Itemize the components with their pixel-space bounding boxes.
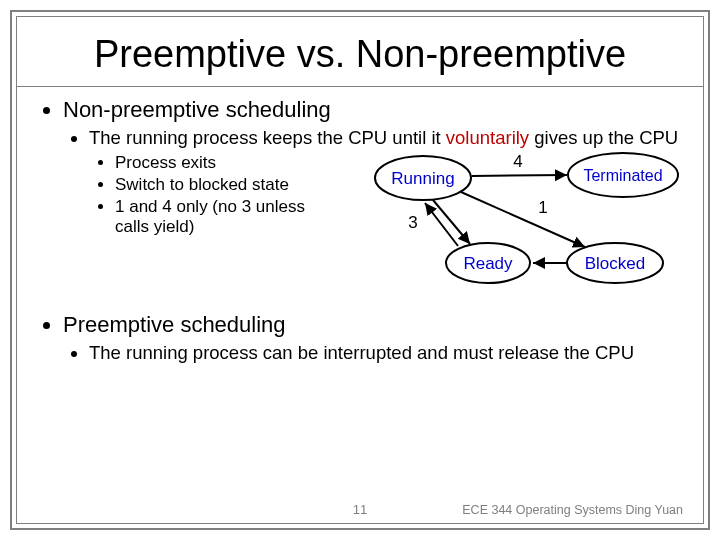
edge-running-terminated xyxy=(472,175,567,176)
subsub-item: Switch to blocked state xyxy=(115,175,343,195)
state-diagram: Running Terminated Ready Blocked 4 xyxy=(353,143,683,298)
section1-heading: Non-preemptive scheduling xyxy=(63,97,683,123)
state-running-label: Running xyxy=(391,169,454,188)
title-divider xyxy=(17,86,703,87)
bullet-list-top: Non-preemptive scheduling xyxy=(37,97,683,123)
slide: Preemptive vs. Non-preemptive Non-preemp… xyxy=(0,0,720,540)
course-footer: ECE 344 Operating Systems Ding Yuan xyxy=(462,503,683,517)
content-row: Process exits Switch to blocked state 1 … xyxy=(37,149,683,298)
section2-sub: The running process can be interrupted a… xyxy=(63,342,683,364)
outer-frame: Preemptive vs. Non-preemptive Non-preemp… xyxy=(10,10,710,530)
section2-line: The running process can be interrupted a… xyxy=(89,342,683,364)
state-diagram-svg: Running Terminated Ready Blocked 4 xyxy=(353,143,683,298)
edge-label-4: 4 xyxy=(513,152,522,171)
section2-heading: Preemptive scheduling xyxy=(63,312,683,338)
state-blocked-label: Blocked xyxy=(585,254,645,273)
subsub-item: 1 and 4 only (no 3 unless calls yield) xyxy=(115,197,343,237)
sub-items-col: Process exits Switch to blocked state 1 … xyxy=(37,149,343,239)
section1-subsub: Process exits Switch to blocked state 1 … xyxy=(89,153,343,237)
inner-frame: Preemptive vs. Non-preemptive Non-preemp… xyxy=(16,16,704,524)
state-ready-label: Ready xyxy=(463,254,513,273)
state-terminated-label: Terminated xyxy=(583,167,662,184)
edge-label-3: 3 xyxy=(408,213,417,232)
slide-title: Preemptive vs. Non-preemptive xyxy=(37,33,683,76)
bullet-list-top2: Preemptive scheduling xyxy=(37,312,683,338)
edge-label-1: 1 xyxy=(538,198,547,217)
edge-running-blocked xyxy=(461,192,585,247)
subsub-item: Process exits xyxy=(115,153,343,173)
